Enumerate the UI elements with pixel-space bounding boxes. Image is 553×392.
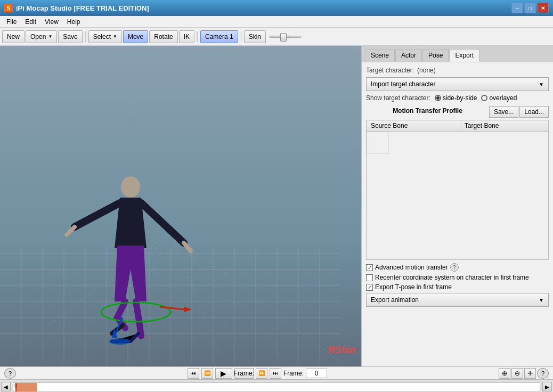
title-bar: S iPi Mocap Studio [FREE TRIAL EDITION] … — [0, 0, 553, 16]
load-profile-button[interactable]: Load... — [519, 106, 549, 118]
zoom-controls: ⊕ ⊖ ✛ ? — [499, 368, 549, 379]
source-bone-header: Source Bone — [367, 120, 460, 132]
advanced-motion-label: Advanced motion transfer — [375, 264, 448, 271]
advanced-motion-help-icon[interactable]: ? — [450, 263, 459, 272]
advanced-motion-row: Advanced motion transfer ? — [366, 263, 549, 272]
bone-table: Source Bone Target Bone — [366, 120, 549, 260]
rotate-button[interactable]: Rotate — [149, 30, 177, 43]
save-profile-button[interactable]: Save... — [489, 106, 518, 118]
step-forward-button[interactable]: ⏩ — [256, 368, 267, 379]
viewport[interactable]: RShin — [0, 46, 361, 366]
app-title: iPi Mocap Studio [FREE TRIAL EDITION] — [16, 4, 149, 12]
select-dropdown-arrow[interactable]: ▼ — [113, 34, 117, 39]
timeline-scroll-right[interactable]: ▶ — [542, 382, 552, 391]
import-dropdown-arrow: ▼ — [539, 81, 544, 87]
zoom-out-button[interactable]: ⊖ — [511, 368, 523, 379]
move-button[interactable]: Move — [123, 30, 148, 43]
frame-display: Frame: — [283, 369, 327, 378]
export-tpose-label: Export T-pose in first frame — [375, 283, 452, 291]
menu-file[interactable]: File — [2, 17, 21, 27]
menu-help[interactable]: Help — [63, 17, 85, 27]
panel-content: Target character: (none) Import target c… — [362, 62, 553, 366]
radio-overlayed-label: overlayed — [489, 94, 517, 102]
tab-export[interactable]: Export — [449, 49, 479, 62]
radio-overlayed-circle[interactable] — [481, 95, 487, 101]
frame-label: Frame: — [283, 370, 304, 377]
bottom-controls: ? ⏮ ⏪ ▶ Frame: ⏩ ⏭ Frame: ⊕ ⊖ ✛ ? — [0, 366, 553, 379]
frame-input[interactable] — [306, 369, 327, 378]
timeline-scroll-left[interactable]: ◀ — [1, 382, 11, 391]
step-back-button[interactable]: ⏪ — [201, 368, 213, 379]
show-target-label: Show target character: — [366, 94, 430, 102]
radio-sidebyside[interactable]: side-by-side — [435, 94, 477, 102]
export-dropdown-arrow: ▼ — [539, 297, 544, 303]
timeline-area: ◀ 0 ▶ — [0, 379, 553, 392]
menu-bar: File Edit View Help — [0, 16, 553, 28]
open-button[interactable]: Open ▼ — [26, 30, 57, 43]
app-icon: S — [4, 4, 13, 12]
new-button[interactable]: New — [2, 30, 25, 43]
menu-view[interactable]: View — [40, 17, 63, 27]
zoom-in-button[interactable]: ⊕ — [499, 368, 510, 379]
motion-transfer-title: Motion Transfer Profile — [366, 107, 489, 115]
profile-buttons: Save... Load... — [489, 106, 549, 118]
play-label-btn[interactable]: Frame: — [234, 368, 254, 379]
import-target-character-button[interactable]: Import target character ▼ — [366, 77, 549, 91]
bone-table-body[interactable] — [367, 132, 460, 259]
toolbar-separator-3 — [241, 31, 241, 42]
advanced-motion-checkbox[interactable] — [366, 264, 373, 271]
radio-sidebyside-label: side-by-side — [443, 94, 477, 102]
toolbar-separator-2 — [197, 31, 198, 42]
tab-actor[interactable]: Actor — [395, 49, 422, 62]
skin-slider-thumb[interactable] — [280, 33, 287, 42]
export-tpose-checkbox[interactable] — [366, 284, 373, 291]
camera-button[interactable]: Camera 1 — [200, 30, 238, 43]
recenter-row: Recenter coordinate system on character … — [366, 274, 549, 281]
toolbar: New Open ▼ Save Select ▼ Move Rotate IK … — [0, 28, 553, 46]
svg-rect-0 — [0, 46, 361, 366]
toolbar-separator-1 — [85, 31, 86, 42]
zoom-fit-button[interactable]: ✛ — [524, 368, 536, 379]
go-to-start-button[interactable]: ⏮ — [188, 368, 199, 379]
play-button[interactable]: ▶ — [215, 368, 232, 379]
main-content: RShin Scene Actor Pose Export Target cha… — [0, 46, 553, 366]
timeline-track[interactable]: 0 — [13, 382, 540, 392]
skin-slider-track[interactable] — [269, 36, 301, 38]
recenter-checkbox[interactable] — [366, 274, 373, 281]
help-button-right[interactable]: ? — [537, 368, 549, 379]
close-button[interactable]: ✕ — [537, 3, 549, 13]
playback-controls: ⏮ ⏪ ▶ Frame: ⏩ ⏭ Frame: — [188, 368, 327, 379]
export-animation-button[interactable]: Export animation ▼ — [366, 293, 549, 307]
svg-point-29 — [109, 338, 131, 345]
skin-button[interactable]: Skin — [244, 30, 266, 43]
viewport-watermark: RShin — [328, 345, 356, 356]
skin-slider-container — [269, 36, 301, 38]
title-bar-left: S iPi Mocap Studio [FREE TRIAL EDITION] — [4, 4, 149, 12]
target-character-row: Target character: (none) — [366, 67, 549, 74]
open-dropdown-arrow[interactable]: ▼ — [48, 34, 52, 39]
radio-sidebyside-circle[interactable] — [435, 95, 441, 101]
timeline-red-block — [15, 383, 37, 391]
tab-scene[interactable]: Scene — [365, 49, 395, 62]
import-btn-label: Import target character — [371, 80, 435, 88]
tabs-header: Scene Actor Pose Export — [362, 46, 553, 62]
select-button[interactable]: Select ▼ — [88, 30, 122, 43]
motion-transfer-header: Motion Transfer Profile Save... Load... — [366, 106, 549, 118]
window-controls: ─ □ ✕ — [511, 3, 549, 13]
maximize-button[interactable]: □ — [524, 3, 536, 13]
viewport-grid — [0, 46, 361, 366]
tab-pose[interactable]: Pose — [422, 49, 449, 62]
save-button[interactable]: Save — [58, 30, 82, 43]
minimize-button[interactable]: ─ — [511, 3, 523, 13]
menu-edit[interactable]: Edit — [21, 17, 40, 27]
recenter-label: Recenter coordinate system on character … — [375, 274, 529, 281]
show-target-character-group: Show target character: side-by-side over… — [366, 94, 549, 102]
export-animation-label: Export animation — [371, 296, 419, 304]
svg-point-28 — [121, 176, 140, 198]
target-bone-header: Target Bone — [460, 120, 548, 132]
target-character-label: Target character: — [366, 67, 414, 74]
go-to-end-button[interactable]: ⏭ — [270, 368, 281, 379]
ik-button[interactable]: IK — [179, 30, 194, 43]
radio-overlayed[interactable]: overlayed — [481, 94, 517, 102]
help-button-left[interactable]: ? — [4, 368, 16, 379]
